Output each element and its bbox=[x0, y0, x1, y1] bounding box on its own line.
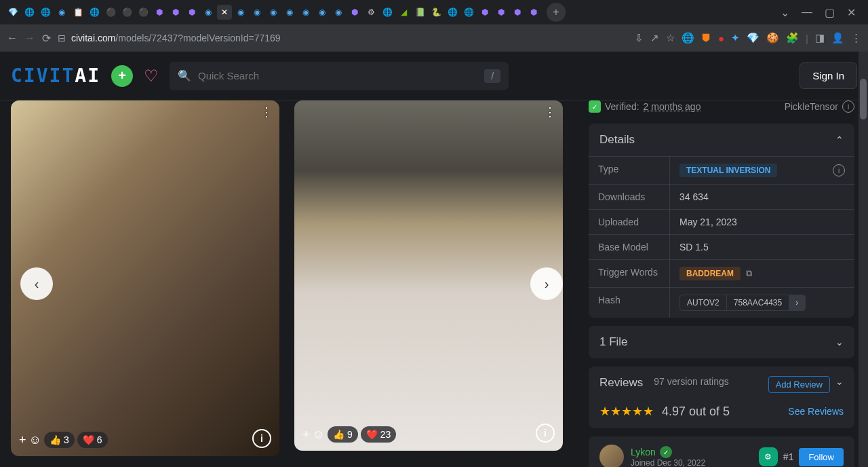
tab-icon[interactable]: ◉ bbox=[315, 5, 330, 20]
details-toggle[interactable]: Details ⌃ bbox=[589, 124, 854, 156]
chevron-up-icon: ⌃ bbox=[835, 134, 844, 145]
ext-icon[interactable]: 🍪 bbox=[766, 32, 779, 44]
forward-button[interactable]: → bbox=[24, 32, 35, 44]
new-tab-button[interactable]: + bbox=[547, 3, 566, 22]
back-button[interactable]: ← bbox=[7, 32, 18, 44]
star-rating: ★★★★★ bbox=[599, 404, 654, 419]
image-menu-icon[interactable]: ⋮ bbox=[544, 105, 556, 119]
sign-in-button[interactable]: Sign In bbox=[800, 62, 857, 89]
tab-icon[interactable]: ⬢ bbox=[168, 5, 183, 20]
creator-card: Lykon✓ Joined Dec 30, 2022 ⚙ #1 Follow ★… bbox=[589, 436, 854, 467]
search-input[interactable] bbox=[198, 70, 477, 81]
see-reviews-link[interactable]: See Reviews bbox=[788, 406, 844, 417]
info-icon[interactable]: i bbox=[842, 100, 854, 113]
tab-icon[interactable]: ⬢ bbox=[477, 5, 492, 20]
tab-icon[interactable]: ◉ bbox=[233, 5, 248, 20]
tab-icon[interactable]: ⚫ bbox=[119, 5, 134, 20]
reload-button[interactable]: ⟳ bbox=[42, 32, 51, 45]
image-info-icon[interactable]: i bbox=[252, 429, 271, 448]
tab-icon[interactable]: ⬢ bbox=[347, 5, 362, 20]
tab-icon[interactable]: 📗 bbox=[412, 5, 427, 20]
tab-icon[interactable]: ◉ bbox=[250, 5, 264, 20]
tab-icon[interactable]: ◉ bbox=[298, 5, 313, 20]
review-count: 97 version ratings bbox=[654, 376, 729, 387]
tab-icon[interactable]: 🌐 bbox=[38, 5, 53, 20]
url-input[interactable]: ⊟ civitai.com/models/72437?modelVersionI… bbox=[58, 33, 628, 43]
chevron-down-icon[interactable]: ⌄ bbox=[835, 376, 844, 387]
maximize-icon[interactable]: ▢ bbox=[825, 6, 835, 19]
tab-icon[interactable]: ⚫ bbox=[103, 5, 118, 20]
close-window-icon[interactable]: ✕ bbox=[847, 6, 856, 19]
emoji-picker-icon[interactable]: ☺ bbox=[29, 433, 41, 447]
image-info-icon[interactable]: i bbox=[536, 424, 555, 443]
copy-icon[interactable]: ⧉ bbox=[746, 268, 752, 279]
tab-icon[interactable]: ⬢ bbox=[184, 5, 199, 20]
tab-icon[interactable]: ◉ bbox=[54, 5, 69, 20]
install-icon[interactable]: ⇩ bbox=[635, 32, 644, 44]
tab-icon[interactable]: ◉ bbox=[201, 5, 216, 20]
add-reaction-icon[interactable]: + bbox=[19, 433, 26, 447]
follow-button[interactable]: Follow bbox=[799, 448, 844, 466]
emoji-picker-icon[interactable]: ☺ bbox=[313, 428, 325, 442]
tab-icon[interactable]: 💎 bbox=[5, 5, 20, 20]
tab-icon[interactable]: ⬢ bbox=[494, 5, 509, 20]
share-icon[interactable]: ↗ bbox=[650, 32, 659, 44]
ext-icon[interactable]: ✦ bbox=[731, 32, 740, 44]
tab-icon[interactable]: ◉ bbox=[282, 5, 297, 20]
minimize-icon[interactable]: — bbox=[802, 6, 812, 19]
browser-tab-strip: 💎 🌐 🌐 ◉ 📋 🌐 ⚫ ⚫ ⚫ ⬢ ⬢ ⬢ ◉ ✕ ◉ ◉ ◉ ◉ ◉ ◉ … bbox=[0, 0, 868, 24]
tab-icon[interactable]: 🌐 bbox=[380, 5, 395, 20]
tab-icon[interactable]: ◢ bbox=[396, 5, 411, 20]
gallery-image-2[interactable]: ⋮ + ☺ 👍 9 ❤️ 23 i bbox=[294, 100, 563, 451]
tab-icon[interactable]: 🐍 bbox=[429, 5, 443, 20]
ext-icon[interactable]: 💎 bbox=[747, 32, 760, 44]
menu-icon[interactable]: ⋮ bbox=[851, 32, 861, 44]
chevron-down-icon: ⌄ bbox=[835, 337, 844, 348]
like-count[interactable]: 👍 9 bbox=[328, 426, 358, 443]
tab-icon[interactable]: ⚙ bbox=[363, 5, 378, 20]
tab-icon[interactable]: 🌐 bbox=[461, 5, 476, 20]
profile-icon[interactable]: 👤 bbox=[831, 32, 844, 44]
tab-icon[interactable]: ◉ bbox=[266, 5, 281, 20]
trigger-tag[interactable]: BADDREAM bbox=[679, 267, 741, 280]
carousel-prev[interactable]: ‹ bbox=[20, 267, 53, 300]
tab-icon[interactable]: 📋 bbox=[71, 5, 85, 20]
info-icon[interactable]: i bbox=[833, 164, 845, 176]
like-count[interactable]: 👍 3 bbox=[44, 432, 75, 448]
files-toggle[interactable]: 1 File ⌄ bbox=[589, 326, 854, 358]
search-box[interactable]: 🔍 / bbox=[170, 62, 509, 90]
tab-icon[interactable]: 🌐 bbox=[87, 5, 102, 20]
site-info-icon[interactable]: ⊟ bbox=[58, 33, 66, 43]
hash-box[interactable]: AUTOV2 758AAC4435 › bbox=[679, 295, 806, 311]
bookmark-icon[interactable]: ☆ bbox=[666, 32, 675, 44]
verified-time[interactable]: 2 months ago bbox=[644, 101, 701, 112]
extensions-icon[interactable]: 🧩 bbox=[786, 32, 799, 44]
creator-name[interactable]: Lykon✓ bbox=[631, 446, 705, 458]
tab-icon[interactable]: 🌐 bbox=[445, 5, 460, 20]
heart-count[interactable]: ❤️ 23 bbox=[361, 426, 397, 443]
image-menu-icon[interactable]: ⋮ bbox=[260, 105, 273, 119]
favorites-button[interactable]: ♡ bbox=[144, 67, 159, 86]
carousel-next[interactable]: › bbox=[530, 267, 563, 300]
tab-icon[interactable]: ⬢ bbox=[152, 5, 167, 20]
tab-icon[interactable]: ◉ bbox=[331, 5, 346, 20]
tab-icon[interactable]: ⚫ bbox=[136, 5, 151, 20]
ext-icon[interactable]: ⛊ bbox=[701, 33, 711, 44]
logo[interactable]: CIVITAI bbox=[11, 64, 100, 87]
add-review-button[interactable]: Add Review bbox=[768, 376, 830, 393]
dropdown-icon[interactable]: ⌄ bbox=[781, 6, 789, 19]
creator-avatar[interactable] bbox=[599, 445, 624, 467]
scrollbar[interactable] bbox=[859, 52, 868, 467]
tab-icon[interactable]: ⬢ bbox=[526, 5, 541, 20]
ext-icon[interactable]: ● bbox=[718, 33, 724, 44]
add-reaction-icon[interactable]: + bbox=[302, 428, 310, 442]
create-button[interactable]: + bbox=[111, 65, 133, 87]
tab-active[interactable]: ✕ bbox=[217, 5, 232, 20]
tab-icon[interactable]: 🌐 bbox=[22, 5, 37, 20]
tab-icon[interactable]: ⬢ bbox=[510, 5, 525, 20]
ext-icon[interactable]: 🌐 bbox=[682, 32, 694, 44]
details-card: Details ⌃ Type TEXTUAL INVERSIONi Downlo… bbox=[589, 124, 854, 318]
heart-count[interactable]: ❤️ 6 bbox=[77, 432, 108, 448]
chevron-right-icon[interactable]: › bbox=[789, 295, 805, 310]
sidepanel-icon[interactable]: ◨ bbox=[815, 32, 825, 44]
